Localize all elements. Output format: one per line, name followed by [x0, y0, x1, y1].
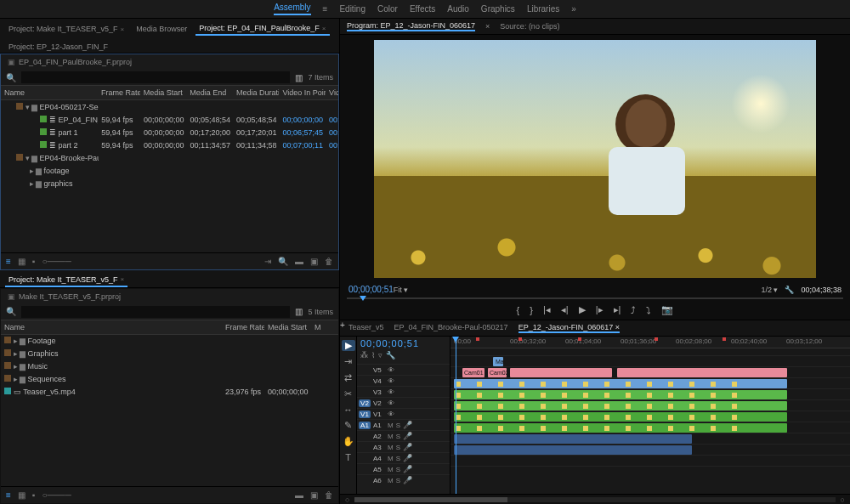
- clip[interactable]: [617, 368, 787, 377]
- time-ruler[interactable]: 00;00 00;00;32;00 00;01;04;00 00;01;36;0…: [450, 337, 850, 348]
- go-to-in-button[interactable]: |◂: [543, 304, 551, 315]
- step-fwd-button[interactable]: |▸: [596, 304, 604, 315]
- marker-icon[interactable]: [722, 337, 726, 341]
- settings-icon[interactable]: 🔧: [785, 286, 794, 294]
- slip-tool[interactable]: ↔: [343, 405, 353, 415]
- resolution-dropdown[interactable]: 1/2 ▾: [761, 286, 778, 294]
- playhead-icon[interactable]: [360, 296, 366, 301]
- timeline-timecode[interactable]: 00;00;00;51: [357, 337, 450, 350]
- sequence-row[interactable]: ≣ EP_04_FIN_Brooke-Paul 59,94 fps00;00;0…: [1, 113, 338, 126]
- tab-project-ep04[interactable]: Project: EP_04_FIN_PaulBrooke_F×: [196, 22, 329, 36]
- mark-in-button[interactable]: {: [517, 305, 520, 315]
- clip[interactable]: [454, 412, 787, 422]
- marker-icon[interactable]: [654, 337, 658, 341]
- tab-project-ep12[interactable]: Project: EP_12-Jason_FIN_F: [5, 41, 111, 53]
- new-item-icon[interactable]: ▣: [310, 257, 318, 266]
- program-scrubber[interactable]: [347, 297, 843, 299]
- close-icon[interactable]: ×: [121, 275, 125, 283]
- clip[interactable]: Cam01: [462, 368, 484, 377]
- project-rows[interactable]: ▾▆ EP04-050217-Sequences ≣ EP_04_FIN_Bro…: [1, 100, 338, 252]
- clip[interactable]: [454, 434, 692, 444]
- clip[interactable]: [454, 390, 787, 399]
- search-icon[interactable]: 🔍: [6, 307, 16, 316]
- close-icon[interactable]: ×: [322, 25, 326, 32]
- step-back-button[interactable]: ◂|: [561, 304, 569, 315]
- track-header-v2[interactable]: V2V2👁: [357, 397, 450, 408]
- play-button[interactable]: ▶: [579, 304, 586, 315]
- bin-row[interactable]: ▸▆ footage: [1, 164, 338, 177]
- settings-icon[interactable]: 🔧: [386, 351, 395, 360]
- close-icon[interactable]: ×: [121, 25, 125, 33]
- track-header-a2[interactable]: A2MS🎤: [357, 430, 450, 441]
- sequence-row[interactable]: ≣ part 1 59,94 fps00;00;00;0000;17;20;00…: [1, 126, 338, 139]
- search-icon[interactable]: 🔍: [6, 73, 16, 82]
- mark-out-button[interactable]: }: [530, 305, 533, 315]
- freeform-view-icon[interactable]: ▪: [32, 490, 36, 500]
- find-icon[interactable]: 🔍: [278, 257, 288, 266]
- marker-icon[interactable]: ▿: [378, 351, 382, 360]
- bin-nav-icon[interactable]: ▥: [295, 73, 303, 82]
- selection-tool[interactable]: ▶: [342, 340, 355, 351]
- track-header-v1[interactable]: V1V1👁: [357, 408, 450, 419]
- clip-row[interactable]: ▭ Teaser_v5.mp423,976 fps00;00;00;00: [1, 386, 338, 399]
- icon-view-icon[interactable]: ▦: [18, 490, 26, 500]
- tab-project-teaser-bottom[interactable]: Project: Make It_TEASER_v5_F×: [5, 274, 128, 287]
- icon-view-icon[interactable]: ▦: [18, 257, 26, 266]
- lift-button[interactable]: ⤴: [631, 305, 636, 315]
- list-view-icon[interactable]: ≡: [6, 490, 11, 500]
- close-icon[interactable]: ×: [485, 22, 490, 31]
- clip[interactable]: Mak: [493, 357, 503, 366]
- track-select-tool[interactable]: ⇥: [344, 356, 352, 367]
- track-header-v4[interactable]: V4👁: [357, 375, 450, 386]
- clip[interactable]: [454, 401, 787, 411]
- track-header-a5[interactable]: A5MS🎤: [357, 463, 450, 474]
- timeline-zoom-scroll[interactable]: ○○: [340, 494, 850, 504]
- automate-icon[interactable]: ⇥: [264, 257, 271, 266]
- track-header-a6[interactable]: A6MS🎤: [357, 474, 450, 485]
- track-header-v3[interactable]: V3👁: [357, 386, 450, 397]
- clip[interactable]: Cam02: [488, 368, 507, 377]
- tab-media-browser[interactable]: Media Browser: [133, 22, 190, 36]
- ripple-tool[interactable]: ⇄: [344, 372, 352, 383]
- marker-icon[interactable]: [518, 337, 522, 341]
- button-editor-icon[interactable]: +: [340, 320, 850, 330]
- ws-assembly[interactable]: Assembly: [274, 3, 310, 15]
- disclosure-icon[interactable]: ▾: [26, 154, 31, 162]
- track-header-a4[interactable]: A4MS🎤: [357, 452, 450, 463]
- ws-color[interactable]: Color: [377, 4, 398, 14]
- go-to-out-button[interactable]: ▸|: [614, 304, 621, 315]
- clip[interactable]: [454, 445, 692, 455]
- tab-program[interactable]: Program: EP_12_-Jason-FIN_060617: [347, 21, 475, 31]
- new-bin-icon[interactable]: ▬: [295, 490, 303, 500]
- bin-row[interactable]: ▸▆ Sequences: [1, 373, 338, 386]
- timeline-tracks[interactable]: 00;00 00;00;32;00 00;01;04;00 00;01;36;0…: [450, 337, 850, 494]
- disclosure-icon[interactable]: ▸: [30, 179, 36, 188]
- bin-row[interactable]: ▸▆ Graphics: [1, 348, 338, 360]
- ws-editing[interactable]: Editing: [339, 4, 366, 14]
- bin-row[interactable]: ▾▆ EP04-Brooke-Paul-050217: [1, 151, 338, 164]
- freeform-view-icon[interactable]: ▪: [32, 257, 36, 266]
- sequence-row[interactable]: ≣ part 2 59,94 fps00;00;00;0000;11;34;57…: [1, 139, 338, 151]
- clip[interactable]: [510, 368, 612, 377]
- bin-row[interactable]: ▸▆ Music: [1, 360, 338, 373]
- tab-project-teaser[interactable]: Project: Make It_TEASER_v5_F×: [5, 22, 128, 36]
- project-rows[interactable]: ▸▆ Footage ▸▆ Graphics ▸▆ Music ▸▆ Seque…: [1, 335, 338, 487]
- linked-select-icon[interactable]: ⌇: [371, 351, 375, 360]
- razor-tool[interactable]: ✂: [344, 388, 352, 399]
- track-header-a3[interactable]: A3MS🎤: [357, 441, 450, 452]
- snap-icon[interactable]: ⁂: [360, 351, 368, 360]
- ws-audio[interactable]: Audio: [447, 4, 469, 14]
- bin-nav-icon[interactable]: ▥: [295, 307, 303, 316]
- pen-tool[interactable]: ✎: [344, 420, 352, 431]
- bin-row[interactable]: ▸▆ graphics: [1, 177, 338, 190]
- ws-libraries[interactable]: Libraries: [527, 4, 559, 14]
- program-timecode-left[interactable]: 00;00;00;51: [348, 285, 394, 294]
- bin-row[interactable]: ▸▆ Footage: [1, 335, 338, 348]
- track-header-v5[interactable]: V5👁: [357, 364, 450, 375]
- hand-tool[interactable]: ✋: [343, 436, 354, 447]
- new-bin-icon[interactable]: ▬: [295, 257, 303, 266]
- extract-button[interactable]: ⤵: [646, 305, 651, 315]
- new-item-icon[interactable]: ▣: [310, 490, 318, 500]
- ws-menu-icon[interactable]: ≡: [323, 4, 328, 14]
- zoom-slider[interactable]: ○────: [42, 490, 71, 500]
